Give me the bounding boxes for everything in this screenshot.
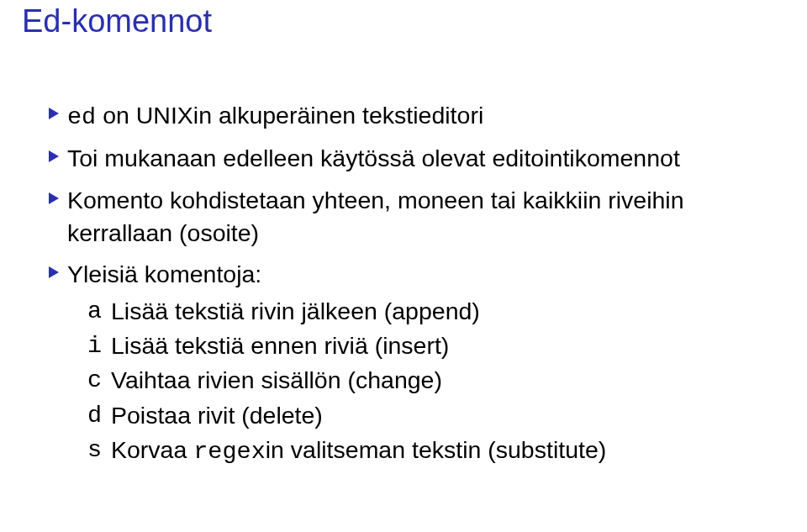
bullet-item: ed on UNIXin alkuperäinen tekstieditori	[49, 99, 773, 134]
sub-text: Poistaa rivit (delete)	[111, 399, 773, 432]
sub-text: Lisää tekstiä ennen riviä (insert)	[111, 329, 773, 362]
sub-text: Lisää tekstiä rivin jälkeen (append)	[111, 295, 773, 328]
svg-marker-3	[49, 266, 59, 278]
sub-letter: d	[87, 399, 111, 432]
bullet-text: ed on UNIXin alkuperäinen tekstieditori	[67, 99, 773, 134]
mono-text: ed	[67, 103, 96, 131]
slide-title: Ed-komennot	[22, 3, 212, 40]
slide-content: ed on UNIXin alkuperäinen tekstieditori …	[49, 99, 773, 470]
sub-letter: s	[87, 434, 111, 466]
mono-text: regex	[193, 438, 266, 466]
text: in valitseman tekstin (substitute)	[266, 436, 607, 463]
triangle-icon	[49, 192, 67, 204]
triangle-icon	[49, 266, 67, 278]
sub-letter: c	[87, 364, 111, 397]
sub-text: Vaihtaa rivien sisällön (change)	[111, 364, 773, 397]
svg-marker-1	[49, 150, 59, 162]
text: on UNIXin alkuperäinen tekstieditori	[96, 102, 483, 129]
bullet-text: Komento kohdistetaan yhteen, moneen tai …	[67, 184, 773, 250]
slide: Ed-komennot ed on UNIXin alkuperäinen te…	[0, 0, 807, 532]
bullet-item: Komento kohdistetaan yhteen, moneen tai …	[49, 184, 773, 250]
bullet-text: Yleisiä komentoja:	[67, 258, 773, 291]
svg-marker-0	[49, 108, 59, 119]
sub-letter: a	[87, 295, 111, 328]
sub-item: i Lisää tekstiä ennen riviä (insert)	[87, 329, 773, 362]
sub-item: s Korvaa regexin valitseman tekstin (sub…	[87, 434, 773, 468]
sub-item: c Vaihtaa rivien sisällön (change)	[87, 364, 773, 397]
triangle-icon	[49, 108, 67, 119]
bullet-item: Yleisiä komentoja:	[49, 258, 773, 291]
bullet-text: Toi mukanaan edelleen käytössä olevat ed…	[67, 142, 773, 175]
sub-text: Korvaa regexin valitseman tekstin (subst…	[111, 434, 773, 468]
bullet-item: Toi mukanaan edelleen käytössä olevat ed…	[49, 142, 773, 175]
text: Korvaa	[111, 436, 193, 463]
sub-list: a Lisää tekstiä rivin jälkeen (append) i…	[87, 295, 773, 469]
triangle-icon	[49, 150, 67, 162]
svg-marker-2	[49, 192, 59, 204]
sub-item: a Lisää tekstiä rivin jälkeen (append)	[87, 295, 773, 328]
sub-letter: i	[87, 329, 111, 362]
sub-item: d Poistaa rivit (delete)	[87, 399, 773, 432]
